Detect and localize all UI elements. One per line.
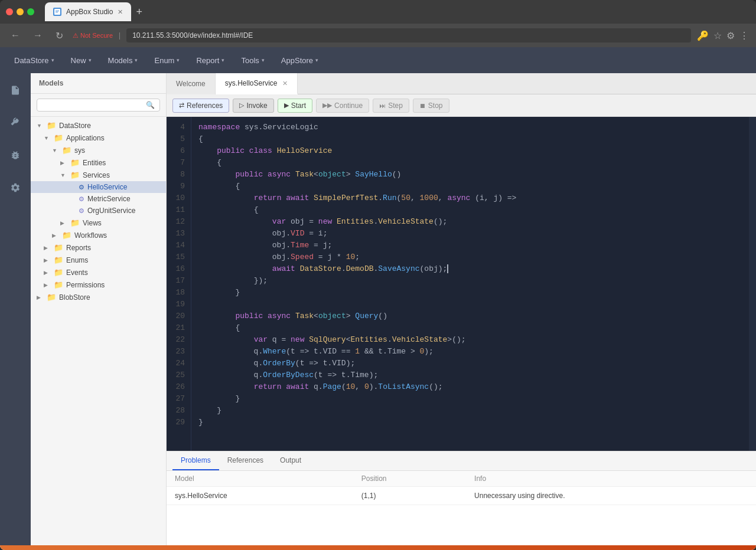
star-icon[interactable]: ☆ (713, 30, 722, 41)
menu-icon[interactable]: ⋮ (739, 30, 749, 41)
menu-enum[interactable]: Enum ▾ (146, 53, 188, 68)
tree-item-label: Workflows (74, 231, 107, 240)
folder-icon: 📁 (54, 256, 63, 264)
references-icon: ⇄ (179, 102, 184, 109)
tree-item-services[interactable]: ▼ 📁 Services (31, 169, 166, 181)
bottom-table: Model Position Info sys.HelloService (1,… (167, 471, 756, 545)
tree-item-enums[interactable]: ▶ 📁 Enums (31, 254, 166, 266)
forward-button[interactable]: → (30, 29, 46, 42)
sidebar-icon-debug[interactable] (5, 145, 25, 168)
folder-icon: 📁 (54, 133, 63, 142)
stop-button[interactable]: ⏹ Stop (413, 99, 449, 113)
tab-strip: Welcome sys.HelloService ✕ (167, 73, 756, 94)
tab-references[interactable]: References (219, 451, 272, 470)
sidebar-icon-settings[interactable] (5, 178, 25, 201)
chevron-down-icon: ▼ (52, 148, 59, 153)
tab-helloservice[interactable]: sys.HelloService ✕ (216, 73, 298, 94)
start-icon: ▶ (284, 102, 289, 109)
step-button[interactable]: ⏭ Step (373, 99, 409, 113)
tree-item-label: BlobStore (59, 293, 90, 302)
new-tab-button[interactable]: + (133, 4, 145, 21)
security-badge: ⚠ Not Secure (73, 32, 113, 40)
close-traffic-light[interactable] (6, 8, 13, 15)
tree-item-entities[interactable]: ▶ 📁 Entities (31, 156, 166, 169)
tree-item-orgunitservice[interactable]: ⚙ OrgUnitService (31, 205, 166, 217)
tree-item-label: Enums (66, 256, 88, 264)
tree-item-datastore[interactable]: ▼ 📁 DataStore (31, 119, 166, 132)
tab-problems[interactable]: Problems (172, 451, 219, 470)
tree-item-applications[interactable]: ▼ 📁 Applications (31, 132, 166, 144)
tab-favicon (53, 8, 61, 16)
tab-close-icon[interactable]: ✕ (282, 80, 288, 87)
gear-icon: ⚙ (79, 184, 84, 191)
scrollbar[interactable] (749, 117, 756, 451)
folder-icon: 📁 (54, 243, 63, 252)
svg-rect-1 (56, 11, 59, 11)
sidebar-icon-tools[interactable] (5, 113, 25, 136)
start-button[interactable]: ▶ Start (278, 99, 312, 113)
table-row[interactable]: sys.HelloService (1,1) Unnecessary using… (167, 487, 756, 505)
folder-icon: 📁 (47, 121, 56, 130)
tree-item-label: Entities (83, 159, 106, 167)
tree-sidebar: Models 🔍 ▼ 📁 DataStore (31, 73, 167, 545)
tree-item-label: Permissions (66, 281, 105, 289)
gear-icon: ⚙ (79, 207, 84, 215)
tree-item-reports[interactable]: ▶ 📁 Reports (31, 241, 166, 254)
status-bar (0, 545, 756, 550)
tree-item-label: Services (83, 171, 110, 179)
tree-item-views[interactable]: ▶ 📁 Views (31, 217, 166, 229)
menu-appstore[interactable]: AppStore ▾ (273, 53, 327, 68)
tab-bar: AppBox Studio ✕ + (45, 2, 145, 21)
step-icon: ⏭ (379, 102, 386, 109)
menu-models[interactable]: Models ▾ (100, 53, 146, 68)
minimize-traffic-light[interactable] (17, 8, 24, 15)
svg-rect-2 (56, 12, 58, 12)
col-position: Position (353, 471, 466, 487)
tree-search: 🔍 (31, 94, 166, 117)
invoke-button[interactable]: ▷ Invoke (233, 99, 273, 113)
menu-datastore[interactable]: DataStore ▾ (6, 53, 63, 68)
back-button[interactable]: ← (7, 29, 24, 42)
tree-item-events[interactable]: ▶ 📁 Events (31, 266, 166, 279)
sidebar-icon-file[interactable] (5, 80, 25, 103)
tree-item-workflows[interactable]: ▶ 📁 Workflows (31, 229, 166, 241)
address-bar[interactable]: 10.211.55.3:5000/dev/index.html#/IDE (126, 28, 691, 42)
code-editor[interactable]: 456789 101112131415 161718192021 2223242… (167, 117, 756, 451)
chevron-icon: ▾ (135, 57, 138, 63)
continue-label: Continue (334, 102, 363, 110)
tree-item-blobstore[interactable]: ▶ 📁 BlobStore (31, 291, 166, 303)
key-icon: 🔑 (697, 30, 709, 41)
tree-item-helloservice[interactable]: ⚙ HelloService (31, 181, 166, 193)
menu-new[interactable]: New ▾ (63, 53, 100, 68)
bottom-tabs: Problems References Output (167, 451, 756, 471)
tab-welcome[interactable]: Welcome (167, 73, 216, 94)
browser-frame: AppBox Studio ✕ + ← → ↻ ⚠ Not Secure | 1… (0, 0, 756, 550)
tab-output[interactable]: Output (272, 451, 309, 470)
menu-tools[interactable]: Tools ▾ (233, 53, 272, 68)
start-label: Start (291, 102, 306, 110)
chevron-right-icon: ▶ (44, 270, 51, 276)
refresh-button[interactable]: ↻ (52, 29, 67, 42)
continue-button[interactable]: ▶▶ Continue (316, 99, 369, 113)
maximize-traffic-light[interactable] (27, 8, 34, 15)
tree-item-metricservice[interactable]: ⚙ MetricService (31, 193, 166, 205)
chevron-icon: ▾ (221, 57, 224, 63)
code-content[interactable]: namespace sys.ServiceLogic { public clas… (191, 117, 749, 451)
invoke-icon: ▷ (239, 102, 244, 109)
search-input-wrap: 🔍 (37, 99, 160, 112)
tree-item-label: Events (66, 269, 88, 277)
tree-item-permissions[interactable]: ▶ 📁 Permissions (31, 279, 166, 291)
chevron-right-icon: ▶ (37, 294, 44, 300)
chevron-down-icon: ▼ (37, 123, 44, 129)
chevron-right-icon: ▶ (44, 245, 51, 251)
references-button[interactable]: ⇄ References (172, 99, 229, 113)
chevron-right-icon: ▶ (44, 257, 51, 263)
search-input[interactable] (42, 101, 144, 109)
tree-item-sys[interactable]: ▼ 📁 sys (31, 144, 166, 156)
line-numbers: 456789 101112131415 161718192021 2223242… (167, 117, 191, 451)
menu-report[interactable]: Report ▾ (188, 53, 233, 68)
editor-toolbar: ⇄ References ▷ Invoke ▶ Start ▶▶ Continu… (167, 94, 756, 117)
extensions-icon: ⚙ (726, 30, 735, 41)
tab-close-button[interactable]: ✕ (118, 8, 123, 16)
browser-tab-active[interactable]: AppBox Studio ✕ (45, 2, 131, 21)
